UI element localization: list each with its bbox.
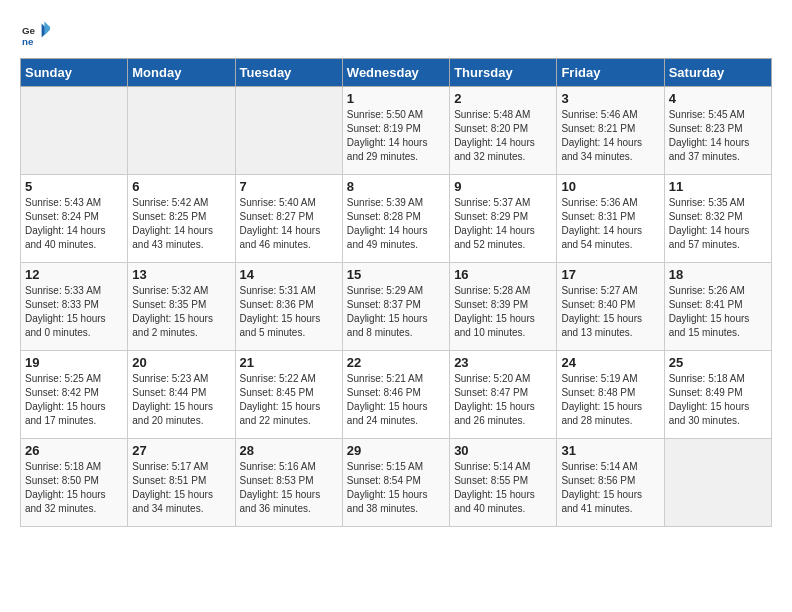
day-number: 26 [25,443,123,458]
calendar-cell: 26Sunrise: 5:18 AM Sunset: 8:50 PM Dayli… [21,439,128,527]
day-number: 4 [669,91,767,106]
day-info: Sunrise: 5:22 AM Sunset: 8:45 PM Dayligh… [240,372,338,428]
day-info: Sunrise: 5:32 AM Sunset: 8:35 PM Dayligh… [132,284,230,340]
week-row-1: 1Sunrise: 5:50 AM Sunset: 8:19 PM Daylig… [21,87,772,175]
calendar-cell: 28Sunrise: 5:16 AM Sunset: 8:53 PM Dayli… [235,439,342,527]
day-number: 28 [240,443,338,458]
weekday-header-tuesday: Tuesday [235,59,342,87]
calendar-cell: 22Sunrise: 5:21 AM Sunset: 8:46 PM Dayli… [342,351,449,439]
day-number: 9 [454,179,552,194]
day-info: Sunrise: 5:21 AM Sunset: 8:46 PM Dayligh… [347,372,445,428]
calendar-cell: 9Sunrise: 5:37 AM Sunset: 8:29 PM Daylig… [450,175,557,263]
day-number: 23 [454,355,552,370]
day-info: Sunrise: 5:18 AM Sunset: 8:49 PM Dayligh… [669,372,767,428]
day-number: 12 [25,267,123,282]
day-number: 1 [347,91,445,106]
day-info: Sunrise: 5:42 AM Sunset: 8:25 PM Dayligh… [132,196,230,252]
day-number: 6 [132,179,230,194]
calendar-cell: 10Sunrise: 5:36 AM Sunset: 8:31 PM Dayli… [557,175,664,263]
day-number: 30 [454,443,552,458]
weekday-header-monday: Monday [128,59,235,87]
week-row-2: 5Sunrise: 5:43 AM Sunset: 8:24 PM Daylig… [21,175,772,263]
week-row-3: 12Sunrise: 5:33 AM Sunset: 8:33 PM Dayli… [21,263,772,351]
day-number: 22 [347,355,445,370]
day-number: 27 [132,443,230,458]
day-info: Sunrise: 5:15 AM Sunset: 8:54 PM Dayligh… [347,460,445,516]
calendar-cell: 15Sunrise: 5:29 AM Sunset: 8:37 PM Dayli… [342,263,449,351]
calendar-cell: 3Sunrise: 5:46 AM Sunset: 8:21 PM Daylig… [557,87,664,175]
day-info: Sunrise: 5:36 AM Sunset: 8:31 PM Dayligh… [561,196,659,252]
day-number: 2 [454,91,552,106]
weekday-header-saturday: Saturday [664,59,771,87]
calendar-cell: 4Sunrise: 5:45 AM Sunset: 8:23 PM Daylig… [664,87,771,175]
day-number: 20 [132,355,230,370]
header: Ge ne [20,20,772,48]
day-info: Sunrise: 5:33 AM Sunset: 8:33 PM Dayligh… [25,284,123,340]
calendar-cell: 31Sunrise: 5:14 AM Sunset: 8:56 PM Dayli… [557,439,664,527]
calendar-cell: 30Sunrise: 5:14 AM Sunset: 8:55 PM Dayli… [450,439,557,527]
day-info: Sunrise: 5:28 AM Sunset: 8:39 PM Dayligh… [454,284,552,340]
day-info: Sunrise: 5:19 AM Sunset: 8:48 PM Dayligh… [561,372,659,428]
calendar-cell [664,439,771,527]
day-number: 17 [561,267,659,282]
day-info: Sunrise: 5:25 AM Sunset: 8:42 PM Dayligh… [25,372,123,428]
calendar-cell: 16Sunrise: 5:28 AM Sunset: 8:39 PM Dayli… [450,263,557,351]
day-number: 7 [240,179,338,194]
logo-icon: Ge ne [22,20,50,48]
day-number: 18 [669,267,767,282]
weekday-header-row: SundayMondayTuesdayWednesdayThursdayFrid… [21,59,772,87]
day-info: Sunrise: 5:20 AM Sunset: 8:47 PM Dayligh… [454,372,552,428]
day-info: Sunrise: 5:35 AM Sunset: 8:32 PM Dayligh… [669,196,767,252]
calendar-cell: 18Sunrise: 5:26 AM Sunset: 8:41 PM Dayli… [664,263,771,351]
week-row-5: 26Sunrise: 5:18 AM Sunset: 8:50 PM Dayli… [21,439,772,527]
day-info: Sunrise: 5:14 AM Sunset: 8:55 PM Dayligh… [454,460,552,516]
svg-text:Ge: Ge [22,25,36,36]
day-number: 25 [669,355,767,370]
day-number: 29 [347,443,445,458]
calendar-cell: 25Sunrise: 5:18 AM Sunset: 8:49 PM Dayli… [664,351,771,439]
day-number: 8 [347,179,445,194]
calendar-cell: 1Sunrise: 5:50 AM Sunset: 8:19 PM Daylig… [342,87,449,175]
weekday-header-friday: Friday [557,59,664,87]
calendar-cell: 13Sunrise: 5:32 AM Sunset: 8:35 PM Dayli… [128,263,235,351]
day-info: Sunrise: 5:39 AM Sunset: 8:28 PM Dayligh… [347,196,445,252]
day-info: Sunrise: 5:40 AM Sunset: 8:27 PM Dayligh… [240,196,338,252]
day-number: 15 [347,267,445,282]
calendar-cell: 21Sunrise: 5:22 AM Sunset: 8:45 PM Dayli… [235,351,342,439]
calendar-cell: 6Sunrise: 5:42 AM Sunset: 8:25 PM Daylig… [128,175,235,263]
day-info: Sunrise: 5:31 AM Sunset: 8:36 PM Dayligh… [240,284,338,340]
day-info: Sunrise: 5:37 AM Sunset: 8:29 PM Dayligh… [454,196,552,252]
day-info: Sunrise: 5:48 AM Sunset: 8:20 PM Dayligh… [454,108,552,164]
day-number: 19 [25,355,123,370]
day-number: 10 [561,179,659,194]
calendar-cell: 27Sunrise: 5:17 AM Sunset: 8:51 PM Dayli… [128,439,235,527]
day-info: Sunrise: 5:27 AM Sunset: 8:40 PM Dayligh… [561,284,659,340]
logo: Ge ne [20,20,50,48]
day-number: 24 [561,355,659,370]
calendar-table: SundayMondayTuesdayWednesdayThursdayFrid… [20,58,772,527]
calendar-cell: 19Sunrise: 5:25 AM Sunset: 8:42 PM Dayli… [21,351,128,439]
calendar-cell: 29Sunrise: 5:15 AM Sunset: 8:54 PM Dayli… [342,439,449,527]
day-info: Sunrise: 5:46 AM Sunset: 8:21 PM Dayligh… [561,108,659,164]
day-number: 13 [132,267,230,282]
day-number: 14 [240,267,338,282]
calendar-cell [21,87,128,175]
day-info: Sunrise: 5:26 AM Sunset: 8:41 PM Dayligh… [669,284,767,340]
weekday-header-sunday: Sunday [21,59,128,87]
calendar-cell [235,87,342,175]
day-info: Sunrise: 5:18 AM Sunset: 8:50 PM Dayligh… [25,460,123,516]
calendar-cell [128,87,235,175]
day-number: 16 [454,267,552,282]
day-info: Sunrise: 5:14 AM Sunset: 8:56 PM Dayligh… [561,460,659,516]
calendar-cell: 8Sunrise: 5:39 AM Sunset: 8:28 PM Daylig… [342,175,449,263]
calendar-cell: 14Sunrise: 5:31 AM Sunset: 8:36 PM Dayli… [235,263,342,351]
calendar-cell: 5Sunrise: 5:43 AM Sunset: 8:24 PM Daylig… [21,175,128,263]
day-info: Sunrise: 5:16 AM Sunset: 8:53 PM Dayligh… [240,460,338,516]
calendar-cell: 23Sunrise: 5:20 AM Sunset: 8:47 PM Dayli… [450,351,557,439]
calendar-cell: 7Sunrise: 5:40 AM Sunset: 8:27 PM Daylig… [235,175,342,263]
day-number: 5 [25,179,123,194]
weekday-header-wednesday: Wednesday [342,59,449,87]
day-info: Sunrise: 5:43 AM Sunset: 8:24 PM Dayligh… [25,196,123,252]
svg-marker-3 [44,21,50,35]
calendar-cell: 2Sunrise: 5:48 AM Sunset: 8:20 PM Daylig… [450,87,557,175]
